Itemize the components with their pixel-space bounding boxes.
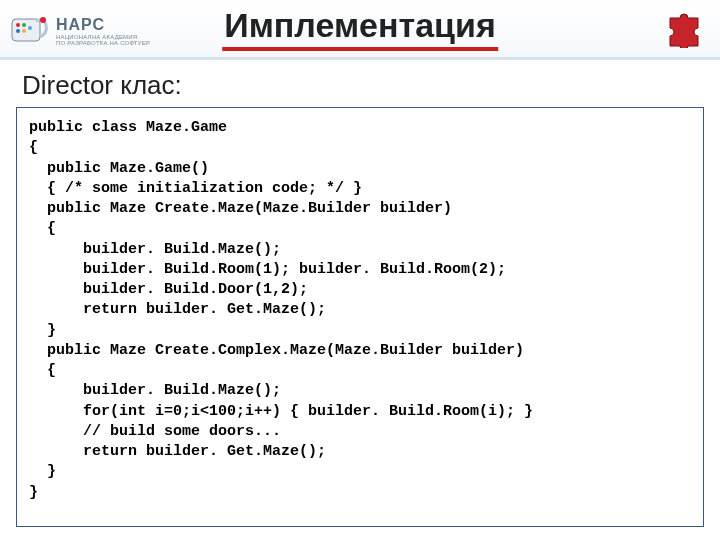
slide-header: НАРС НАЦИОНАЛНА АКАДЕМИЯ ПО РАЗРАБОТКА Н… xyxy=(0,0,720,60)
logo-block: НАРС НАЦИОНАЛНА АКАДЕМИЯ ПО РАЗРАБОТКА Н… xyxy=(10,11,170,51)
slide-title: Имплементация xyxy=(222,6,498,51)
svg-point-4 xyxy=(22,29,26,33)
code-block: public class Maze.Game { public Maze.Gam… xyxy=(16,107,704,527)
svg-point-3 xyxy=(16,29,20,33)
section-subtitle: Director клас: xyxy=(0,60,720,107)
svg-point-6 xyxy=(40,17,46,23)
logo-text-wrap: НАРС НАЦИОНАЛНА АКАДЕМИЯ ПО РАЗРАБОТКА Н… xyxy=(56,16,150,46)
svg-point-2 xyxy=(22,23,26,27)
logo-icon xyxy=(10,11,50,51)
svg-point-1 xyxy=(16,23,20,27)
svg-rect-0 xyxy=(12,19,40,41)
puzzle-icon xyxy=(664,8,704,48)
logo-text: НАРС xyxy=(56,16,150,34)
logo-subtitle: НАЦИОНАЛНА АКАДЕМИЯ ПО РАЗРАБОТКА НА СОФ… xyxy=(56,34,150,46)
svg-point-5 xyxy=(28,26,32,30)
